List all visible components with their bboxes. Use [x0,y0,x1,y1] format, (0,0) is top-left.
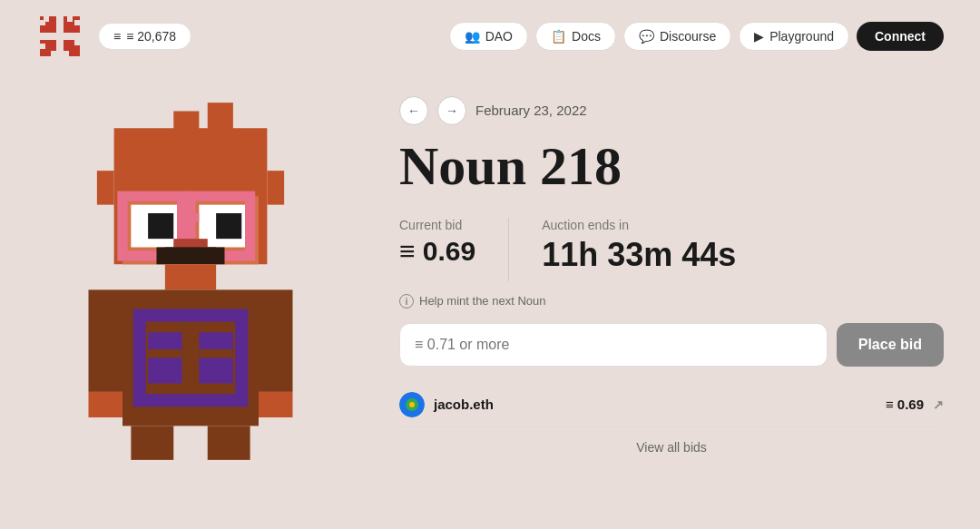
bidder-info: jacob.eth [399,392,494,417]
prev-noun-button[interactable]: ← [399,96,428,125]
svg-rect-21 [216,213,241,239]
bidder-bid-amount: ≡ 0.69 [886,397,924,412]
docs-button[interactable]: 📋 Docs [535,22,616,51]
auction-date: February 23, 2022 [475,103,587,118]
auction-countdown: 11h 33m 44s [542,236,736,274]
svg-rect-38 [259,392,293,417]
svg-rect-8 [51,51,56,56]
header-left: ≡ ≡ 20,678 [36,13,191,60]
discourse-icon: 💬 [639,29,654,44]
svg-rect-25 [173,239,208,247]
mint-hint: i Help mint the next Noun [399,294,944,309]
mint-hint-text: Help mint the next Noun [419,294,545,308]
svg-rect-7 [40,44,45,49]
svg-point-43 [409,402,415,407]
bid-divider [508,218,509,281]
svg-rect-10 [74,40,80,45]
svg-rect-27 [165,248,216,256]
svg-rect-15 [97,171,114,205]
connect-button[interactable]: Connect [857,22,944,51]
svg-rect-5 [74,20,80,25]
discourse-button[interactable]: 💬 Discourse [623,22,731,51]
svg-rect-35 [89,289,123,392]
auction-time-section: Auction ends in 11h 33m 44s [542,218,769,274]
current-bid-amount: ≡ 0.69 [399,236,475,267]
svg-rect-20 [148,213,173,239]
bid-history-row: jacob.eth ≡ 0.69 ↗ [399,383,944,427]
noun-title: Noun 218 [399,136,944,196]
bid-info-row: Current bid ≡ 0.69 Auction ends in 11h 3… [399,218,944,281]
view-all-bids-link[interactable]: View all bids [399,436,944,458]
docs-icon: 📋 [551,29,566,44]
eth-symbol: ≡ [113,29,121,44]
header-nav: 👥 DAO 📋 Docs 💬 Discourse ▶ Playground Co… [449,22,944,51]
current-bid-value: ≡ 0.69 [399,236,475,267]
svg-rect-36 [259,289,293,392]
svg-rect-37 [89,392,123,417]
logo-icon [36,13,83,60]
bid-input-row: Place bid [399,323,944,367]
svg-rect-2 [40,20,45,25]
bidder-avatar [399,392,425,417]
info-icon: i [399,294,414,309]
date-navigation: ← → February 23, 2022 [399,96,944,125]
svg-rect-28 [165,264,216,289]
svg-rect-4 [67,16,73,22]
svg-rect-24 [182,213,200,221]
noun-pixel-art [54,100,327,463]
auction-ends-label: Auction ends in [542,218,736,232]
treasury-amount: ≡ 20,678 [126,29,176,44]
auction-panel: ← → February 23, 2022 Noun 218 Current b… [399,87,944,458]
svg-rect-13 [173,112,199,137]
svg-rect-39 [131,426,173,460]
main-content: ← → February 23, 2022 Noun 218 Current b… [0,73,980,481]
svg-rect-16 [267,171,284,205]
playground-button[interactable]: ▶ Playground [739,22,849,51]
svg-rect-11 [64,51,69,56]
bid-input[interactable] [399,323,828,367]
place-bid-button[interactable]: Place bid [837,323,944,367]
dao-button[interactable]: 👥 DAO [449,22,528,51]
svg-rect-33 [148,349,182,358]
current-bid-section: Current bid ≡ 0.69 [399,218,508,267]
bidder-amount-display: ≡ 0.69 ↗ [886,397,944,412]
svg-rect-14 [208,103,233,137]
treasury-badge: ≡ ≡ 20,678 [98,23,191,50]
play-icon: ▶ [754,29,764,44]
header: ≡ ≡ 20,678 👥 DAO 📋 Docs 💬 Discourse ▶ Pl… [0,0,980,73]
svg-rect-34 [199,349,233,358]
current-bid-label: Current bid [399,218,475,232]
svg-rect-40 [208,426,250,460]
dao-icon: 👥 [465,29,480,44]
external-link-icon[interactable]: ↗ [933,397,944,412]
next-noun-button[interactable]: → [437,96,466,125]
bidder-name: jacob.eth [434,397,494,412]
noun-image-container [36,82,345,463]
